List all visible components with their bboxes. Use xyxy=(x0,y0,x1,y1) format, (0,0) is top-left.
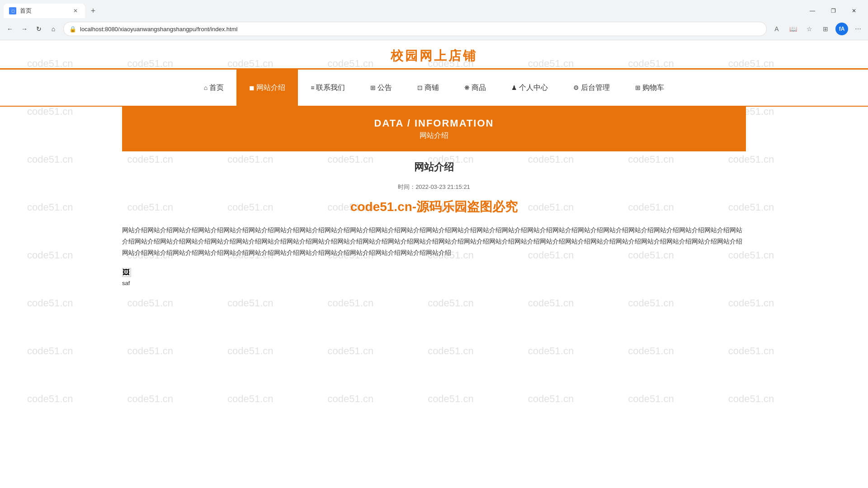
refresh-button[interactable]: ↻ xyxy=(33,23,45,35)
hero-banner: DATA / INFORMATION 网站介绍 xyxy=(122,107,746,151)
address-bar-row: ← → ↻ ⌂ 🔒 localhost:8080/xiaoyuanwangsha… xyxy=(0,18,868,40)
url-text: localhost:8080/xiaoyuanwangshangshangpu/… xyxy=(80,26,237,33)
watermark-row-7: code51.cn code51.cn code51.cn code51.cn … xyxy=(0,327,868,375)
tab-favicon: ◻ xyxy=(9,7,16,14)
home-nav-icon: ⌂ xyxy=(204,84,208,91)
close-button[interactable]: ✕ xyxy=(844,4,864,18)
admin-nav-icon: ⚙ xyxy=(573,84,579,91)
watermark-row-8: code51.cn code51.cn code51.cn code51.cn … xyxy=(0,375,868,423)
nav-store-label: 商铺 xyxy=(425,83,439,93)
nav-contact[interactable]: ≡ 联系我们 xyxy=(298,70,358,106)
about-nav-icon: ◼ xyxy=(249,84,255,91)
article-title: 网站介绍 xyxy=(122,160,746,174)
watermark-text: code51.cn xyxy=(301,375,401,423)
lock-icon: 🔒 xyxy=(69,26,76,33)
nav-store[interactable]: ⊡ 商铺 xyxy=(405,70,452,106)
hero-title: DATA / INFORMATION xyxy=(122,117,746,129)
collections-icon[interactable]: ⊞ xyxy=(819,23,832,35)
watermark-text: code51.cn xyxy=(100,327,201,375)
watermark-text: code51.cn xyxy=(701,375,802,423)
watermark-text: code51.cn xyxy=(200,375,301,423)
nav-home-label: 首页 xyxy=(209,83,224,93)
broken-image-icon: 🖼 xyxy=(122,268,131,277)
nav-products-label: 商品 xyxy=(472,83,486,93)
profile-avatar[interactable]: fA xyxy=(835,23,848,35)
window-controls: — ❐ ✕ xyxy=(802,4,868,18)
image-caption: saf xyxy=(122,280,746,286)
navbar: ⌂ 首页 ◼ 网站介绍 ≡ 联系我们 ⊞ 公告 ⊡ 商铺 ❋ 商品 ♟ 个人中心… xyxy=(0,70,868,107)
main-area: 网站介绍 时间：2022-03-23 21:15:21 code51.cn-源码… xyxy=(122,151,746,296)
nav-about[interactable]: ◼ 网站介绍 xyxy=(236,70,298,106)
watermark-text: code51.cn xyxy=(0,327,100,375)
watermark-text: code51.cn xyxy=(401,375,501,423)
watermark-text: code51.cn xyxy=(501,375,601,423)
tab-title: 首页 xyxy=(20,7,32,15)
address-bar[interactable]: 🔒 localhost:8080/xiaoyuanwangshangshangp… xyxy=(63,22,767,36)
nav-profile-label: 个人中心 xyxy=(519,83,548,93)
watermark-text: code51.cn xyxy=(301,327,401,375)
notice-nav-icon: ⊞ xyxy=(370,84,376,91)
watermark-text: code51.cn xyxy=(200,327,301,375)
watermark-text: code51.cn xyxy=(601,327,701,375)
tab-close-button[interactable]: ✕ xyxy=(71,7,80,15)
watermark-notice: code51.cn-源码乐园盗图必究 xyxy=(122,198,746,216)
nav-home[interactable]: ⌂ 首页 xyxy=(191,70,236,106)
active-tab[interactable]: ◻ 首页 ✕ xyxy=(4,4,85,18)
minimize-button[interactable]: — xyxy=(802,4,823,18)
site-header: 校园网上店铺 xyxy=(0,40,868,70)
menu-icon[interactable]: ⋯ xyxy=(852,23,864,35)
cart-nav-icon: ⊞ xyxy=(635,84,641,91)
forward-button[interactable]: → xyxy=(18,23,31,35)
nav-cart[interactable]: ⊞ 购物车 xyxy=(623,70,677,106)
translate-icon[interactable]: A xyxy=(770,23,783,35)
watermark-text: code51.cn xyxy=(401,327,501,375)
page-content: 校园网上店铺 ⌂ 首页 ◼ 网站介绍 ≡ 联系我们 ⊞ 公告 ⊡ 商铺 ❋ 商品… xyxy=(0,40,868,296)
site-title: 校园网上店铺 xyxy=(0,47,868,65)
nav-profile[interactable]: ♟ 个人中心 xyxy=(499,70,561,106)
nav-admin[interactable]: ⚙ 后台管理 xyxy=(561,70,623,106)
nav-products[interactable]: ❋ 商品 xyxy=(452,70,499,106)
address-icons: A 📖 ☆ ⊞ fA ⋯ xyxy=(770,23,864,35)
store-nav-icon: ⊡ xyxy=(417,84,423,91)
maximize-button[interactable]: ❐ xyxy=(823,4,844,18)
tab-bar: ◻ 首页 ✕ + — ❐ ✕ xyxy=(0,0,868,18)
tab-controls-left: ◻ 首页 ✕ + xyxy=(0,4,103,18)
nav-contact-label: 联系我们 xyxy=(316,83,345,93)
watermark-text: code51.cn xyxy=(501,327,601,375)
watermark-text: code51.cn xyxy=(100,375,201,423)
watermark-text: code51.cn xyxy=(601,375,701,423)
hero-subtitle: 网站介绍 xyxy=(122,131,746,141)
read-mode-icon[interactable]: 📖 xyxy=(787,23,799,35)
profile-nav-icon: ♟ xyxy=(511,84,517,91)
article-body: 网站介绍网站介绍网站介绍网站介绍网站介绍网站介绍网站介绍网站介绍网站介绍网站介绍… xyxy=(122,225,746,259)
contact-nav-icon: ≡ xyxy=(311,84,314,91)
nav-buttons: ← → ↻ ⌂ xyxy=(4,23,60,35)
article-meta: 时间：2022-03-23 21:15:21 xyxy=(122,183,746,191)
nav-notice[interactable]: ⊞ 公告 xyxy=(358,70,405,106)
back-button[interactable]: ← xyxy=(4,23,16,35)
nav-admin-label: 后台管理 xyxy=(581,83,610,93)
home-button[interactable]: ⌂ xyxy=(47,23,60,35)
watermark-text: code51.cn xyxy=(0,375,100,423)
nav-cart-label: 购物车 xyxy=(642,83,664,93)
article-image-container: 🖼 saf xyxy=(122,268,746,286)
browser-chrome: ◻ 首页 ✕ + — ❐ ✕ ← → ↻ ⌂ 🔒 localhost:8080/… xyxy=(0,0,868,40)
products-nav-icon: ❋ xyxy=(464,84,470,91)
favorites-icon[interactable]: ☆ xyxy=(803,23,816,35)
watermark-text: code51.cn xyxy=(701,327,802,375)
nav-about-label: 网站介绍 xyxy=(256,83,285,93)
nav-notice-label: 公告 xyxy=(377,83,392,93)
new-tab-button[interactable]: + xyxy=(87,5,99,17)
